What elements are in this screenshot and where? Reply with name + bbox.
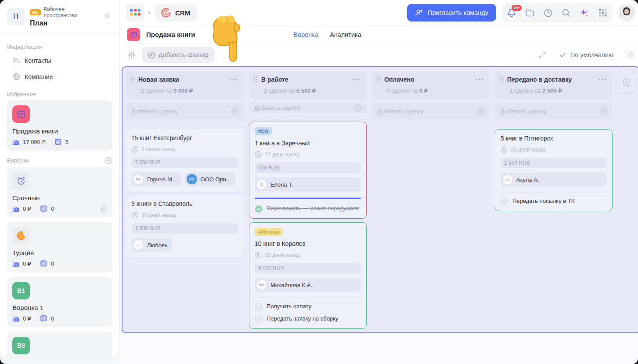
workspace-avatar[interactable]: П (7, 8, 25, 25)
column-menu-icon[interactable]: ••• (598, 78, 607, 81)
task-check-icon[interactable] (255, 303, 263, 311)
fullscreen-icon[interactable] (538, 51, 546, 59)
tab-funnel[interactable]: Воронка (293, 31, 318, 38)
ai-sparkles-icon[interactable] (580, 8, 590, 18)
company-avatar: ОО (187, 174, 197, 184)
column-summary: 2 сделки на 9 000 ₽ (141, 87, 238, 94)
column-header[interactable]: Оплачено ••• 0 сделок на 0 ₽ (372, 71, 490, 99)
funnel-card-turkey[interactable]: Турция 0 ₽ 0 (7, 222, 112, 272)
add-deal-input[interactable]: Добавить сделку (249, 103, 367, 113)
add-filter-button[interactable]: Добавить фильтр (142, 47, 215, 63)
deal-card[interactable]: 15 книг Екатеринбург 7 часов назад 7 500… (126, 129, 244, 191)
add-deal-plus-icon[interactable] (354, 105, 361, 112)
notifications-bell-icon[interactable]: 99+ (507, 8, 516, 18)
column-header[interactable]: В работе ••• 2 сделки на 5 500 ₽ (249, 71, 367, 99)
contact-name: Елена Т. (270, 181, 293, 188)
column-menu-icon[interactable]: ••• (475, 78, 484, 81)
board-settings-gear-icon[interactable] (627, 50, 635, 59)
sidebar-scroll[interactable]: Информация Контакты Компании Избранное П… (0, 33, 119, 357)
column-menu-icon[interactable]: ••• (229, 78, 238, 81)
revenue-chart-icon (12, 205, 19, 212)
time-person-icon (501, 146, 508, 153)
tab-analytics[interactable]: Аналитика (330, 31, 361, 38)
funnel-card-urgent[interactable]: Срочные 0 ₽ 0 (7, 167, 112, 217)
plus-circle-icon (148, 51, 155, 58)
contact-chip[interactable]: АА Акула А. (501, 173, 607, 187)
favorite-funnel-card[interactable]: Продажа книги 17 000 ₽ 5 (7, 100, 112, 151)
contact-chip[interactable]: Л Любовь (131, 238, 172, 252)
revenue-chart-icon (12, 260, 19, 267)
task-check-icon[interactable] (255, 315, 263, 323)
crm-app-button[interactable]: CRM (155, 4, 197, 22)
invite-team-button[interactable]: Пригласить команду (407, 4, 496, 22)
deal-title: 10 книг в Королев (255, 240, 361, 247)
folder-icon[interactable] (525, 9, 535, 17)
add-column-button[interactable] (618, 71, 635, 94)
task-item[interactable]: Передать заявку на сборку (255, 315, 361, 323)
workspace-type-label: Рабочее пространство (43, 6, 97, 18)
deal-tag: #Москва (255, 228, 283, 236)
column-title: В работе (261, 76, 349, 83)
help-icon[interactable] (544, 8, 553, 18)
funnel-card-1[interactable]: В1 Воронка 1 0 ₽ 0 (7, 277, 112, 327)
column-summary: 1 сделка на 2 500 ₽ (510, 87, 607, 94)
task-item[interactable]: Получить оплату (255, 303, 361, 311)
apps-grid-icon (130, 9, 141, 17)
funnel-deals: 0 (51, 260, 54, 267)
add-deal-input[interactable]: Добавить сделку (495, 103, 613, 119)
drag-handle-icon[interactable] (376, 76, 381, 83)
deal-price: 2 500 RUB (501, 158, 607, 168)
deal-meta: 20 дней назад (501, 146, 607, 153)
deals-count-icon (40, 260, 47, 267)
add-deal-input[interactable]: Добавить сделку (126, 103, 244, 119)
contact-chip[interactable]: Е Елена Т. (255, 177, 361, 191)
workspace-name[interactable]: План (30, 19, 97, 27)
column-header[interactable]: Передано в доставку ••• 1 сделка на 2 50… (495, 71, 613, 99)
add-deal-plus-icon[interactable] (477, 108, 484, 115)
drag-handle-icon[interactable] (130, 76, 135, 83)
view-selector[interactable]: По умолчанию (552, 47, 620, 63)
contact-avatar: МГ (133, 174, 144, 184)
board-column-inwork: В работе ••• 2 сделки на 5 500 ₽ Добавит… (249, 71, 367, 329)
add-deal-input[interactable]: Добавить сделку (372, 103, 490, 119)
filter-sliders-icon[interactable] (126, 51, 137, 59)
funnel-initials-tile: В3 (12, 337, 30, 354)
workspace-meta: BIZ Рабочее пространство План (30, 6, 97, 27)
contact-chip[interactable]: МГ Горина М... (131, 172, 181, 186)
user-avatar[interactable] (618, 4, 635, 22)
drag-handle-icon[interactable] (499, 76, 504, 83)
task-done-icon[interactable] (255, 205, 263, 213)
deal-card[interactable]: 5 книг в Пятигорск 20 дней назад 2 500 R… (495, 129, 613, 211)
crm-label: CRM (175, 9, 190, 17)
deal-card[interactable]: 3 книги в Ставрополь 20 дней назад 1 500… (126, 195, 244, 257)
add-deal-plus-icon[interactable] (600, 108, 607, 115)
sidebar-collapse-icon[interactable] (102, 11, 112, 23)
revenue-chart-icon (12, 315, 19, 322)
apps-grid-button[interactable] (126, 4, 144, 22)
contact-name: Любовь (147, 242, 168, 249)
task-item[interactable]: Перезвонить — может передумает (255, 205, 361, 213)
task-label: Перезвонить — может передумает (267, 205, 359, 212)
deals-count-icon (40, 205, 47, 212)
biz-badge: BIZ (30, 9, 41, 15)
add-deal-plus-icon[interactable] (231, 108, 238, 115)
companies-icon (12, 73, 20, 80)
funnel-card-3[interactable]: В3 Воронка 3 0 ₽ 0 (7, 332, 112, 357)
drag-handle-icon[interactable] (253, 76, 258, 83)
add-funnel-icon[interactable] (105, 157, 112, 164)
column-header[interactable]: Новая заявка ••• 2 сделки на 9 000 ₽ (126, 71, 244, 99)
contact-chip[interactable]: МК Михайлова К.А. (255, 278, 361, 292)
company-chip[interactable]: ОО ООО Ори... (185, 172, 235, 186)
column-menu-icon[interactable]: ••• (352, 78, 361, 81)
search-icon[interactable] (562, 8, 571, 18)
task-check-icon[interactable] (501, 198, 508, 205)
widgets-grid-icon[interactable] (598, 8, 607, 17)
sidebar-item-companies[interactable]: Компании (7, 68, 112, 85)
board-column-paid: Оплачено ••• 0 сделок на 0 ₽ Добавить сд… (372, 71, 490, 329)
deal-card[interactable]: #Москва 10 книг в Королев 25 дней назад … (249, 222, 367, 329)
deal-card[interactable]: #СО 1 книга в Заречный 21 день назад 500… (249, 122, 367, 219)
task-item[interactable]: Передать посылку в ТК (501, 198, 607, 205)
workspace-header: П BIZ Рабочее пространство План (0, 0, 119, 33)
contacts-icon (12, 57, 20, 64)
sidebar-item-contacts[interactable]: Контакты (7, 53, 112, 68)
